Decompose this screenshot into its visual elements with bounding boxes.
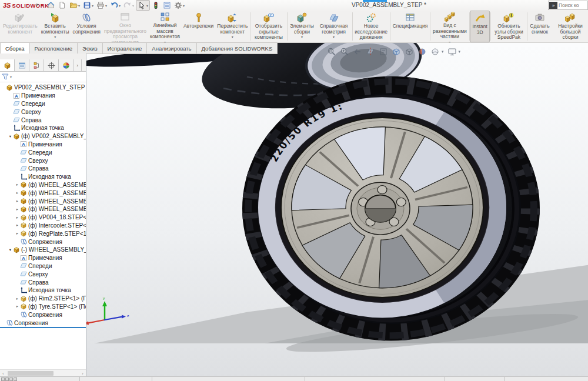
panel-tab-featuremanager[interactable] (0, 59, 15, 71)
graphics-viewport[interactable]: 220/50 R19 1:10 (0, 42, 588, 381)
panel-tab-displaymanager[interactable] (59, 59, 74, 71)
zoom-fit-icon[interactable] (327, 47, 336, 56)
ribbon-button-insert-components[interactable]: Вставить компоненты▾ (39, 11, 71, 42)
filter-caret-icon[interactable]: ▾ (10, 75, 12, 79)
ribbon-button-instant3d[interactable]: Instant 3D (470, 11, 490, 42)
tree-item[interactable]: ▸(ф) Intercooler.STEP<1> (По у (0, 222, 86, 230)
ribbon-button-mates[interactable]: Условия сопряжения (71, 11, 102, 42)
tree-item[interactable]: Спереди (0, 100, 86, 108)
tree-item[interactable]: Сверху (0, 108, 86, 116)
tree-item[interactable]: Справа (0, 278, 86, 286)
dynamic-annotations-icon[interactable] (379, 47, 388, 56)
tree-item[interactable]: Исходная точка (0, 124, 86, 132)
tree-item[interactable]: ▾(-) WHEEL_ASSEMBLY_2_STEP.STE (0, 246, 86, 254)
tree-item[interactable]: ▸(ф) WHEEL_ASSEMBLY_2.STEP (0, 197, 86, 205)
scroll-thumb[interactable] (8, 371, 54, 376)
tab-Эскиз[interactable]: Эскиз (78, 42, 102, 54)
expander-closed-icon[interactable]: ▸ (15, 231, 20, 236)
ribbon-button-bom[interactable]: Спецификация (391, 11, 430, 42)
bottom-tab-strip[interactable] (0, 376, 588, 381)
expander-closed-icon[interactable]: ▸ (15, 296, 20, 301)
expander-closed-icon[interactable]: ▸ (15, 207, 20, 212)
dropdown-caret-icon[interactable]: ▾ (442, 49, 444, 54)
dropdown-caret-icon[interactable]: ▾ (301, 35, 303, 39)
dropdown-caret-icon[interactable]: ▾ (449, 41, 450, 44)
expander-open-icon[interactable]: ▾ (8, 248, 13, 252)
expander-closed-icon[interactable]: ▸ (15, 223, 20, 228)
tree-item[interactable]: Сопряжения (0, 310, 86, 319)
expander-closed-icon[interactable]: ▸ (15, 215, 20, 220)
ribbon-button-smart-fasteners[interactable]: Автокрепежи (182, 11, 215, 42)
tab-Сборка[interactable]: Сборка (0, 42, 30, 54)
undo-icon[interactable]: ▾ (109, 1, 122, 10)
tree-item[interactable]: Спереди (0, 148, 86, 156)
dropdown-caret-icon[interactable]: ▾ (54, 35, 56, 39)
panel-tab-propertymanager[interactable] (15, 59, 29, 71)
tree-item[interactable]: AПримечания (0, 254, 86, 262)
ribbon-button-reference-geometry[interactable]: Справочная геометрия▾ (316, 11, 351, 42)
ribbon-button-show-hidden[interactable]: Отобразить скрытые компоненты (251, 11, 286, 42)
expander-closed-icon[interactable]: ▸ (15, 199, 20, 203)
design-checker-icon[interactable] (151, 1, 161, 10)
redo-icon[interactable]: ▾ (122, 1, 135, 10)
select-cursor-icon[interactable]: ▾ (136, 0, 150, 11)
options-gear-icon[interactable]: ▾ (173, 1, 186, 10)
apply-scene-icon[interactable] (430, 47, 440, 56)
panel-split-divider[interactable] (0, 327, 86, 328)
view-orientation-icon[interactable] (392, 47, 401, 56)
tree-item[interactable]: ▸(ф) Rim2.STEP<1> (По умолч (0, 295, 86, 303)
search-input[interactable] (559, 2, 584, 8)
panel-tab-configurationmanager[interactable] (29, 59, 44, 71)
panel-tabs-overflow[interactable]: › (74, 59, 82, 71)
dropdown-caret-icon[interactable]: ▾ (232, 35, 233, 39)
panel-tab-dimxpert[interactable] (44, 59, 59, 71)
tree-item[interactable]: Исходная точка (0, 173, 86, 181)
home-icon[interactable] (46, 1, 56, 10)
tree-item[interactable]: Сверху (0, 156, 86, 165)
command-search[interactable]: » (548, 1, 588, 10)
tab-Исправление[interactable]: Исправление (103, 42, 148, 54)
tree-item[interactable]: AПримечания (0, 92, 86, 100)
dropdown-caret-icon[interactable]: ▾ (333, 35, 335, 39)
tree-item[interactable]: ▸(ф) WHEEL_ASSEMBLY_2.STEP (0, 189, 86, 197)
tree-item[interactable]: Исходная точка (0, 286, 86, 295)
tab-navigation-buttons[interactable] (1, 377, 17, 381)
expander-closed-icon[interactable]: ▸ (15, 182, 20, 187)
tree-item[interactable]: Сопряжения (0, 319, 86, 327)
tab-Анализировать[interactable]: Анализировать (147, 42, 196, 54)
edit-appearance-icon[interactable] (417, 47, 427, 56)
new-document-icon[interactable] (57, 1, 68, 10)
last-view-icon[interactable] (353, 47, 362, 56)
zoom-area-icon[interactable] (340, 47, 349, 56)
ribbon-button-large-assembly[interactable]: Настройки большой сборки (552, 11, 588, 42)
tree-item[interactable]: VP002_ASSEMBLY_STEP (По умолчанию (0, 83, 86, 92)
heads-up-toolbar[interactable]: ▾▾ (327, 47, 460, 56)
tree-item[interactable]: Справа (0, 116, 86, 124)
tree-item[interactable]: Спереди (0, 262, 86, 270)
tree-item[interactable]: Справа (0, 165, 86, 173)
ribbon-button-motion-study[interactable]: Новое исследование движения (353, 11, 389, 42)
ribbon-button-exploded-view[interactable]: Вид с разнесенными частями▾ (431, 11, 469, 42)
ribbon-button-move-component[interactable]: Переместить компонент▾ (215, 11, 249, 42)
print-icon[interactable]: ▾ (95, 1, 108, 10)
display-report-icon[interactable] (162, 1, 172, 10)
tab-Добавления SOLIDWORKS[interactable]: Добавления SOLIDWORKS (197, 42, 278, 54)
scroll-right-arrow[interactable]: › (79, 372, 86, 376)
scroll-left-arrow[interactable]: ‹ (0, 372, 6, 376)
tree-filter[interactable]: ▾ (0, 72, 86, 82)
tree-item[interactable]: ▸(ф) WHEEL_ASSEMBLY_2.STEP (0, 205, 86, 213)
ribbon-button-assembly-features[interactable]: Элементы сборки▾ (288, 11, 316, 42)
ribbon-button-edit-component[interactable]: Редактировать компонент (1, 11, 39, 42)
display-style-icon[interactable] (405, 47, 414, 56)
save-icon[interactable]: ▾ (82, 1, 95, 10)
expander-open-icon[interactable]: ▾ (8, 134, 13, 139)
ribbon-button-linear-pattern[interactable]: Линейный массив компонентов▾ (148, 11, 182, 42)
view-settings-icon[interactable] (447, 47, 457, 56)
section-view-icon[interactable] (366, 47, 375, 56)
expander-closed-icon[interactable]: ▸ (15, 304, 20, 309)
expander-closed-icon[interactable]: ▸ (15, 190, 20, 195)
tree-item[interactable]: Сверху (0, 270, 86, 278)
tab-Расположение[interactable]: Расположение (30, 42, 78, 54)
ribbon-button-preview-window[interactable]: Окно предварительного просмотра компонен… (102, 11, 148, 42)
tree-item[interactable]: ▸(ф) RegPlate.STEP<1> (По ум (0, 229, 86, 238)
